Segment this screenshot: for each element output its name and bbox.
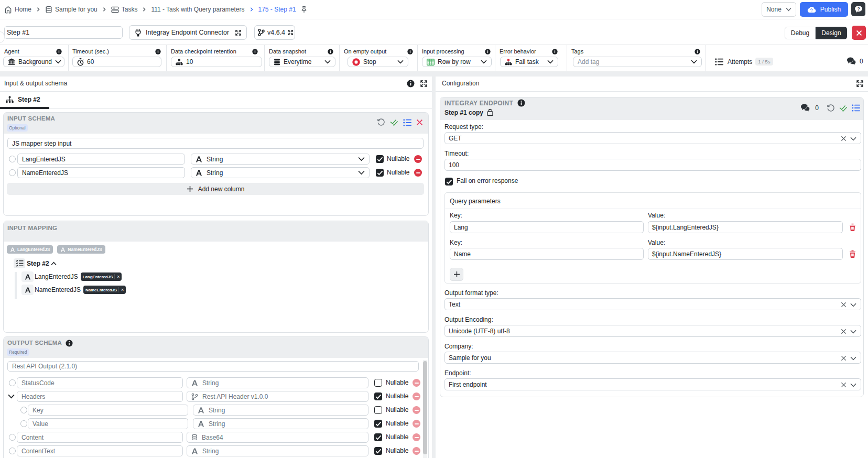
svg-text:?: ? xyxy=(857,6,860,12)
